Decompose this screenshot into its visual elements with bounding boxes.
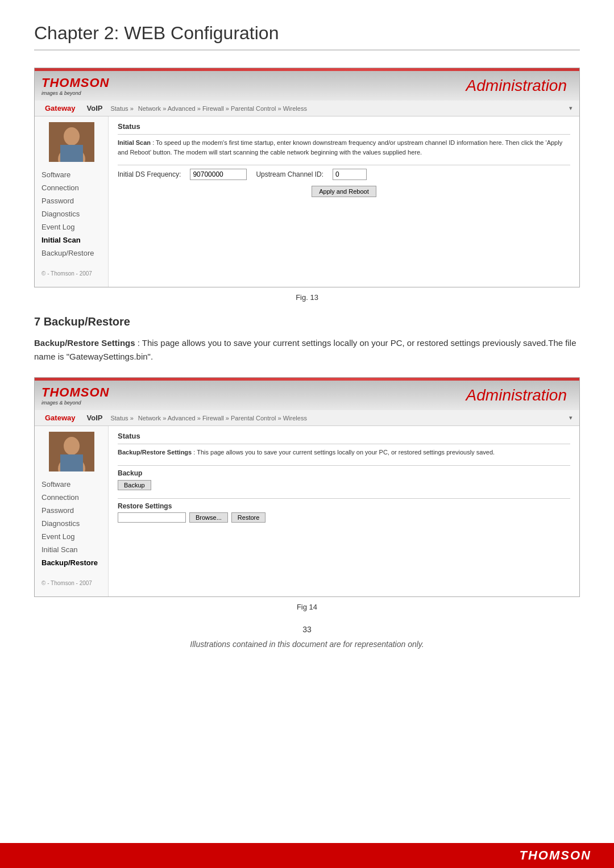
fig14-frame: THOMSON images & beyond Administration G… xyxy=(34,377,580,597)
footer-brand: THOMSON xyxy=(520,848,591,863)
fig13-logo-sub: images & beyond xyxy=(42,90,81,96)
fig14-logo: THOMSON images & beyond xyxy=(42,385,109,406)
fig13-ds-freq-label: Initial DS Frequency: xyxy=(118,170,181,178)
fig13-sidebar-password[interactable]: Password xyxy=(35,195,108,207)
fig14-restore-btn[interactable]: Restore xyxy=(231,512,266,523)
fig13-frame: THOMSON images & beyond Administration G… xyxy=(34,68,580,287)
fig13-header: THOMSON images & beyond Administration xyxy=(35,71,579,101)
fig14-content-area: Software Connection Password Diagnostics… xyxy=(35,426,579,596)
fig14-caption: Fig 14 xyxy=(34,603,580,611)
svg-rect-7 xyxy=(60,454,83,471)
fig13-status-desc-text: To speed up the modem's first time start… xyxy=(118,139,562,156)
fig13-form-row: Initial DS Frequency: Upstream Channel I… xyxy=(118,169,570,180)
fig13-avatar xyxy=(49,122,94,162)
fig14-restore-input[interactable] xyxy=(118,512,186,523)
fig13-logo-text: THOMSON xyxy=(42,76,109,90)
fig13-apply-btn[interactable]: Apply and Reboot xyxy=(312,186,376,197)
fig14-status-label: Status xyxy=(118,432,570,440)
fig13-sidebar-software[interactable]: Software xyxy=(35,169,108,181)
fig13-content-area: Software Connection Password Diagnostics… xyxy=(35,116,579,287)
fig13-nav-bar: Gateway VoIP Status » Network » Advanced… xyxy=(35,101,579,116)
section7-desc: Backup/Restore Settings : This page allo… xyxy=(34,336,580,364)
fig14-tab-voip[interactable]: VoIP xyxy=(83,412,106,423)
fig14-nav-status: Status » xyxy=(110,415,133,422)
fig13-sidebar-eventlog[interactable]: Event Log xyxy=(35,221,108,233)
fig14-status-desc: : This page allows you to save your curr… xyxy=(192,449,495,456)
fig14-main: Status Backup/Restore Settings : This pa… xyxy=(109,426,579,596)
svg-rect-3 xyxy=(60,145,83,162)
fig14-admin-title: Administration xyxy=(466,386,567,404)
fig13-admin-title: Administration xyxy=(466,77,567,95)
fig14-logo-text: THOMSON xyxy=(42,385,109,400)
fig13-nav-status: Status » xyxy=(110,105,133,112)
fig13-tab-voip[interactable]: VoIP xyxy=(83,103,106,114)
fig14-sidebar-software[interactable]: Software xyxy=(35,478,108,490)
fig13-divider2 xyxy=(118,165,570,165)
fig13-upstream-label: Upstream Channel ID: xyxy=(256,170,323,178)
fig13-tab-gateway[interactable]: Gateway xyxy=(42,103,78,114)
fig14-backup-title: Backup xyxy=(118,469,570,477)
fig14-sidebar-initialscan[interactable]: Initial Scan xyxy=(35,544,108,556)
fig13-sidebar-backuprestore[interactable]: Backup/Restore xyxy=(35,247,108,259)
fig13-main: Status Initial Scan : To speed up the mo… xyxy=(109,116,579,287)
fig14-divider2 xyxy=(118,465,570,466)
bottom-bar: THOMSON xyxy=(0,843,614,868)
fig14-backup-section: Backup Backup xyxy=(118,469,570,490)
fig13-logo: THOMSON images & beyond xyxy=(42,76,109,96)
fig13-sidebar: Software Connection Password Diagnostics… xyxy=(35,116,109,287)
fig14-header: THOMSON images & beyond Administration xyxy=(35,381,579,410)
fig14-logo-sub: images & beyond xyxy=(42,400,81,406)
chapter-title: Chapter 2: WEB Configuration xyxy=(34,23,580,51)
fig14-restore-title: Restore Settings xyxy=(118,502,570,510)
fig14-nav-bar: Gateway VoIP Status » Network » Advanced… xyxy=(35,410,579,426)
fig14-restore-section: Restore Settings Browse... Restore xyxy=(118,502,570,523)
fig14-divider3 xyxy=(118,498,570,499)
page-number: 33 xyxy=(34,625,580,634)
fig14-backup-btn[interactable]: Backup xyxy=(118,480,151,490)
fig14-sidebar-backuprestore[interactable]: Backup/Restore xyxy=(35,557,108,569)
fig14-tab-gateway[interactable]: Gateway xyxy=(42,412,78,423)
fig14-status-bold: Backup/Restore Settings xyxy=(118,449,192,456)
fig13-status-text: Initial Scan : To speed up the modem's f… xyxy=(118,138,570,157)
fig13-nav-dropdown-icon[interactable]: ▾ xyxy=(569,105,572,112)
fig13-sidebar-connection[interactable]: Connection xyxy=(35,182,108,194)
fig14-avatar xyxy=(49,432,94,471)
fig14-browse-btn[interactable]: Browse... xyxy=(189,512,228,523)
fig14-copyright: © - Thomson - 2007 xyxy=(35,575,108,591)
fig13-status-label: Status xyxy=(118,122,570,131)
section7-desc-bold: Backup/Restore Settings xyxy=(34,338,135,348)
fig14-status-text: Backup/Restore Settings : This page allo… xyxy=(118,448,570,457)
illustration-note: Illustrations contained in this document… xyxy=(34,640,580,649)
fig13-caption: Fig. 13 xyxy=(34,293,580,302)
fig14-sidebar-diagnostics[interactable]: Diagnostics xyxy=(35,518,108,529)
fig13-status-bold: Initial Scan xyxy=(118,139,151,146)
svg-point-5 xyxy=(64,437,80,455)
fig13-upstream-input[interactable] xyxy=(333,169,367,180)
fig13-sidebar-diagnostics[interactable]: Diagnostics xyxy=(35,208,108,220)
fig13-sidebar-initialscan[interactable]: Initial Scan xyxy=(35,234,108,246)
svg-point-1 xyxy=(64,127,80,145)
fig14-sidebar-password[interactable]: Password xyxy=(35,504,108,516)
fig14-nav-dropdown-icon[interactable]: ▾ xyxy=(569,414,572,422)
fig13-nav-subitems: Network » Advanced » Firewall » Parental… xyxy=(138,105,307,112)
fig14-divider1 xyxy=(118,444,570,444)
fig13-divider1 xyxy=(118,134,570,135)
fig14-sidebar-connection[interactable]: Connection xyxy=(35,491,108,503)
fig13-copyright: © - Thomson - 2007 xyxy=(35,266,108,281)
fig14-sidebar-eventlog[interactable]: Event Log xyxy=(35,531,108,542)
fig14-nav-subitems: Network » Advanced » Firewall » Parental… xyxy=(138,415,307,422)
section7-heading: 7 Backup/Restore xyxy=(34,315,580,328)
fig14-sidebar: Software Connection Password Diagnostics… xyxy=(35,426,109,596)
fig14-restore-row: Browse... Restore xyxy=(118,512,570,523)
fig13-ds-freq-input[interactable] xyxy=(190,169,247,180)
